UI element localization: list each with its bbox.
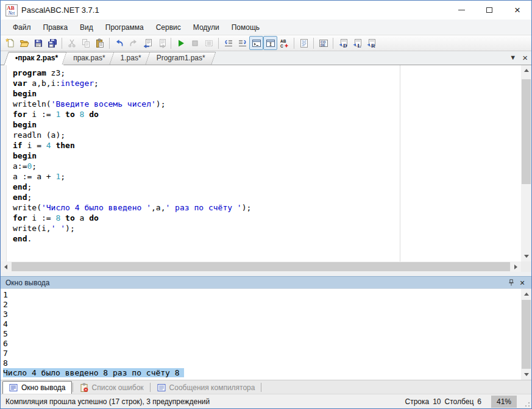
- bottom-tab-3[interactable]: Сообщения компилятора: [151, 381, 261, 394]
- tab-close-icon[interactable]: ×: [522, 53, 528, 62]
- output-vscroll-thumb[interactable]: [522, 300, 531, 369]
- code-line-5: for i := 1 to 8 do: [13, 109, 521, 119]
- toolbar-separator: [171, 38, 171, 49]
- menu-item-2[interactable]: Правка: [37, 21, 74, 34]
- error-list-icon: [79, 383, 89, 393]
- toolbar-separator: [62, 38, 62, 49]
- scroll-down-icon[interactable]: [521, 251, 531, 261]
- svg-text:DE: DE: [321, 43, 325, 47]
- code-line-11: a := a + 1;: [13, 171, 521, 182]
- output-line-3: 3: [3, 310, 521, 319]
- menu-item-4[interactable]: Программа: [99, 21, 150, 34]
- assembly-l-icon: L: [352, 38, 362, 48]
- editor-gutter: [1, 65, 7, 261]
- menu-item-1[interactable]: Файл: [7, 21, 37, 34]
- menu-item-5[interactable]: Сервис: [150, 21, 187, 34]
- file-tab-3[interactable]: 1.pas*: [116, 52, 150, 65]
- code-line-8: if i = 4 then: [13, 140, 521, 151]
- assembly-d-button[interactable]: D: [336, 36, 350, 50]
- save-all-button[interactable]: [45, 36, 59, 50]
- stop-button[interactable]: [188, 36, 202, 50]
- bottom-tab-separator: [73, 383, 73, 392]
- output-window-icon: [9, 383, 18, 393]
- editor-region: program z3;var a,b,i:integer;beginwritel…: [1, 65, 531, 272]
- file-tab-4[interactable]: Program1.pas*: [152, 52, 214, 65]
- toolbar-separator: [109, 38, 110, 49]
- output-line-1: 1: [3, 290, 521, 300]
- assembly-l-button[interactable]: L: [350, 36, 364, 50]
- output-scroll-up-icon[interactable]: [521, 289, 531, 299]
- code-templates-icon: CODE: [319, 38, 328, 48]
- editor-horizontal-scrollbar[interactable]: [1, 261, 521, 272]
- assembly-r-icon: R: [366, 38, 376, 48]
- cut-button[interactable]: [65, 36, 79, 50]
- console-toggle-button[interactable]: [249, 36, 263, 50]
- code-line-10: a:=0;: [13, 161, 521, 171]
- zoom-indicator[interactable]: 41%: [491, 396, 517, 408]
- maximize-button[interactable]: [475, 1, 503, 20]
- output-scroll-down-icon[interactable]: [521, 369, 531, 380]
- code-line-14: write('Число 4 было введено ',a,' раз по…: [13, 202, 521, 213]
- output-panel-header: Окно вывода ×: [1, 276, 531, 288]
- bottom-tab-1[interactable]: Окно вывода: [2, 381, 72, 394]
- menu-item-6[interactable]: Модули: [187, 21, 225, 34]
- line-label: Строка: [405, 397, 429, 406]
- output-panel-body[interactable]: 12345678Число 4 было введено 8 раз по сч…: [1, 288, 531, 380]
- code-line-17: end.: [13, 233, 521, 244]
- output-line-4: 4: [3, 319, 521, 329]
- menu-item-3[interactable]: Вид: [74, 21, 99, 34]
- file-tab-2[interactable]: прак.pas*: [68, 52, 113, 65]
- save-button[interactable]: [31, 36, 45, 50]
- output-line-5: 5: [3, 329, 521, 339]
- bottom-tab-separator: [261, 383, 261, 392]
- code-line-15: for i := 8 to a do: [13, 213, 521, 223]
- svg-text:D: D: [343, 43, 347, 48]
- save-icon: [34, 38, 43, 48]
- pin-panel-button[interactable]: [506, 278, 517, 288]
- output-vertical-scrollbar[interactable]: [521, 289, 531, 380]
- copy-icon: [81, 38, 91, 48]
- run-button[interactable]: [174, 36, 188, 50]
- scroll-left-icon[interactable]: [1, 261, 11, 272]
- editor-vscroll-thumb[interactable]: [522, 79, 531, 184]
- bottom-tab-label: Список ошибок: [92, 383, 144, 392]
- outdent-button[interactable]: [235, 36, 249, 50]
- scroll-up-icon[interactable]: [521, 65, 531, 76]
- close-button[interactable]: ×: [503, 1, 531, 20]
- minimize-button[interactable]: [447, 1, 475, 20]
- copy-button[interactable]: [79, 36, 93, 50]
- file-tab-1[interactable]: •прак 2.pas*: [10, 52, 66, 65]
- format-code-button[interactable]: [297, 36, 311, 50]
- bottom-tab-label: Сообщения компилятора: [169, 383, 255, 392]
- nav-forward-page-button[interactable]: [154, 36, 168, 50]
- undo-button[interactable]: [112, 36, 126, 50]
- abc-plus-button[interactable]: ABC: [277, 36, 291, 50]
- bottom-tab-2[interactable]: Список ошибок: [74, 381, 149, 394]
- code-line-12: end;: [13, 182, 521, 192]
- code-templates-button[interactable]: CODE: [316, 36, 330, 50]
- editor-vertical-scrollbar[interactable]: [521, 65, 531, 261]
- tab-list-dropdown-icon[interactable]: ▼: [509, 54, 516, 61]
- code-line-16: write(i,' ');: [13, 223, 521, 233]
- toolbar-separator: [333, 38, 333, 49]
- intellisense-toggle-button[interactable]: [263, 36, 277, 50]
- menu-item-7[interactable]: Помощь: [225, 21, 266, 34]
- step-grid-button[interactable]: [202, 36, 216, 50]
- assembly-r-button[interactable]: R: [364, 36, 378, 50]
- compiler-messages-icon: [157, 383, 166, 393]
- panel-splitter[interactable]: [1, 272, 531, 276]
- close-panel-button[interactable]: ×: [517, 278, 528, 288]
- paste-button[interactable]: [93, 36, 107, 50]
- indent-button[interactable]: [221, 36, 235, 50]
- resize-grip[interactable]: [523, 400, 530, 407]
- nav-back-page-button[interactable]: [140, 36, 154, 50]
- svg-text:R: R: [371, 43, 375, 48]
- code-editor[interactable]: program z3;var a,b,i:integer;beginwritel…: [1, 65, 521, 261]
- editor-hscroll-thumb[interactable]: [12, 262, 510, 271]
- scroll-right-icon[interactable]: [511, 261, 521, 272]
- new-file-button[interactable]: [3, 36, 17, 50]
- minimize-icon: [458, 10, 465, 10]
- open-file-button[interactable]: [17, 36, 31, 50]
- redo-button[interactable]: [126, 36, 140, 50]
- status-bar: Компиляция прошла успешно (17 строк), 3 …: [1, 394, 531, 408]
